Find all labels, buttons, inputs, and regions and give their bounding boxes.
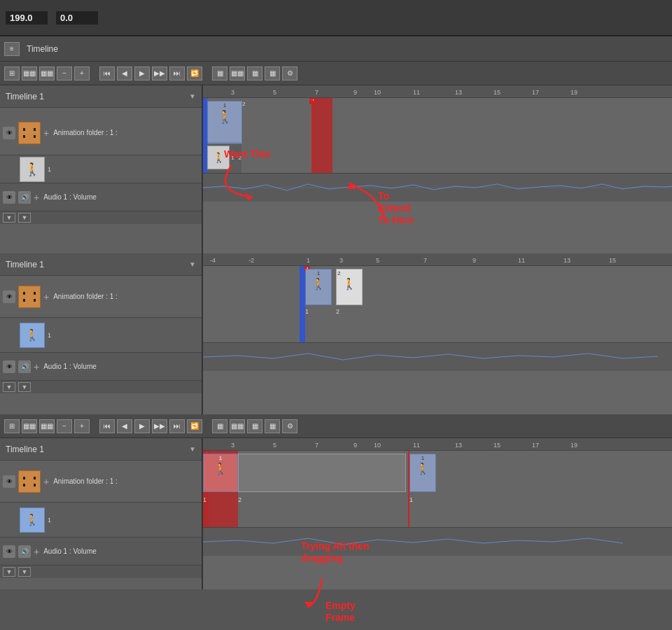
- zoom-out-btn-3[interactable]: −: [57, 419, 72, 433]
- filmstrip-btn-2[interactable]: ▦▦: [39, 66, 55, 80]
- plus-btn-2[interactable]: +: [43, 291, 49, 302]
- expand-btn-6[interactable]: ▼: [18, 567, 31, 577]
- timeline-selector-2[interactable]: Timeline 1 ▼: [0, 253, 202, 276]
- zoom-in-btn-3[interactable]: +: [74, 419, 90, 433]
- eye-icon-audio-3[interactable]: 👁: [3, 545, 15, 558]
- expand-btn-1[interactable]: ▼: [3, 213, 15, 223]
- toolbar-icon-layers[interactable]: ≡: [4, 42, 20, 56]
- end-btn-3[interactable]: ⏭: [169, 419, 185, 433]
- expand-row-1: ▼ ▼: [0, 211, 202, 224]
- grid-btn-3a[interactable]: ▦: [212, 419, 227, 433]
- ruler-tick-13: 13: [455, 89, 462, 96]
- expand-btn-5[interactable]: ▼: [3, 567, 15, 577]
- audio-track-name-3: Audio 1 : Volume: [43, 547, 97, 555]
- grid-btn-4[interactable]: ▦: [265, 66, 280, 80]
- filmstrip-btn-3b[interactable]: ▦▦: [39, 419, 55, 433]
- panel-2: Timeline 1 ▼ 👁 + Animation folder : 1 : …: [0, 253, 672, 414]
- r2-tick-1: 1: [307, 257, 310, 264]
- plus-btn-3[interactable]: +: [43, 476, 49, 487]
- clip-block-3b[interactable]: 1 🚶: [410, 454, 436, 492]
- eye-icon-audio-2[interactable]: 👁: [3, 360, 15, 373]
- grid-btn-1[interactable]: ▦: [212, 66, 227, 80]
- audio-track-header-2: 👁 🔊 + Audio 1 : Volume: [0, 353, 202, 381]
- grid-btn-2[interactable]: ▦▦: [230, 66, 245, 80]
- speaker-icon-2[interactable]: 🔊: [18, 360, 31, 373]
- eye-icon-2[interactable]: 👁: [3, 290, 15, 303]
- clip-stickman-2a: 🚶: [312, 277, 326, 290]
- r3-tick-3: 3: [231, 442, 234, 449]
- expand-btn-4[interactable]: ▼: [18, 382, 31, 392]
- forward-btn[interactable]: ▶▶: [152, 66, 167, 80]
- forward-btn-3[interactable]: ▶▶: [152, 419, 167, 433]
- timeline-selector-1[interactable]: Timeline 1 ▼: [0, 85, 202, 108]
- panel-1: ≡ Timeline ⊞ ▦▦ ▦▦ − + ⏮ ◀ ▶ ▶▶ ⏭ 🔁 ▦ ▦▦…: [0, 36, 672, 253]
- play-btn[interactable]: ▶: [134, 66, 150, 80]
- loop-btn-3[interactable]: 🔁: [187, 419, 202, 433]
- filmstrip-icon-3: [18, 470, 41, 493]
- grid-btn-3d[interactable]: ▦: [265, 419, 280, 433]
- clip-block-1[interactable]: 1 🚶: [207, 101, 242, 144]
- filmstrip-btn-1[interactable]: ▦▦: [22, 66, 37, 80]
- rewind-btn[interactable]: ⏮: [99, 66, 115, 80]
- plus-btn-audio-3[interactable]: +: [34, 546, 39, 557]
- top-bar: 199.0 0.0: [0, 0, 672, 36]
- end-btn[interactable]: ⏭: [169, 66, 185, 80]
- expand-btn-3[interactable]: ▼: [3, 382, 15, 392]
- speaker-icon-1[interactable]: 🔊: [18, 191, 31, 204]
- animation-track-name-3: Animation folder : 1 :: [53, 477, 118, 485]
- thumb-stickman-3: 🚶: [20, 507, 45, 533]
- back-btn[interactable]: ◀: [117, 66, 132, 80]
- rewind-btn-3[interactable]: ⏮: [99, 419, 115, 433]
- grid-btn-3[interactable]: ▦: [247, 66, 262, 80]
- animation-track-header-2: 👁 + Animation folder : 1 :: [0, 276, 202, 318]
- anim-thumb-row-1: 🚶 1: [0, 155, 202, 183]
- anim-track-area-3[interactable]: 1 1 🚶 1 🚶 1 2 1: [203, 451, 672, 528]
- eye-icon-audio-1[interactable]: 👁: [3, 191, 15, 204]
- r3-tick-17: 17: [532, 442, 539, 449]
- plus-btn-audio-1[interactable]: +: [34, 192, 39, 203]
- clip-block-3a[interactable]: 1 🚶: [203, 454, 238, 492]
- anim-track-area-1[interactable]: 1 🚶 2 7 🚶 1 2: [203, 98, 672, 174]
- svg-rect-12: [34, 292, 36, 295]
- speaker-icon-3[interactable]: 🔊: [18, 545, 31, 558]
- r2-tick-5: 5: [376, 257, 379, 264]
- annotation-p2-2: Empty Frame: [326, 600, 356, 624]
- zoom-out-btn[interactable]: −: [57, 66, 72, 80]
- thumb-stickman-2: 🚶: [20, 323, 45, 348]
- anim-track-area-2[interactable]: 1 1 🚶 2 🚶 1 2: [203, 266, 672, 343]
- clip-num-2a: 1: [316, 270, 321, 277]
- timeline-selector-3[interactable]: Timeline 1 ▼: [0, 438, 202, 461]
- audio-track-area-1: [203, 174, 672, 202]
- plus-btn-1[interactable]: +: [43, 127, 49, 139]
- r3-tick-9: 9: [354, 442, 357, 449]
- timeline-area-2: Timeline 1 ▼ 👁 + Animation folder : 1 : …: [0, 253, 672, 414]
- clip-num-3a: 1: [218, 454, 223, 462]
- zoom-in-btn[interactable]: +: [74, 66, 90, 80]
- filmstrip-btn-3a[interactable]: ▦▦: [22, 419, 37, 433]
- grid-btn-3b[interactable]: ▦▦: [230, 419, 245, 433]
- play-btn-3[interactable]: ▶: [134, 419, 150, 433]
- settings-btn[interactable]: ⚙: [282, 66, 298, 80]
- eye-icon-1[interactable]: 👁: [3, 127, 15, 139]
- grid-btn-3c[interactable]: ▦: [247, 419, 262, 433]
- magnet-icon[interactable]: ⊞: [4, 66, 20, 80]
- anim-thumb-row-3: 🚶 1: [0, 503, 202, 538]
- r2-tick-11: 11: [518, 257, 525, 264]
- eye-icon-3[interactable]: 👁: [3, 475, 15, 488]
- plus-btn-audio-2[interactable]: +: [34, 361, 39, 372]
- r3-tick-10: 10: [374, 442, 381, 449]
- empty-clip-2[interactable]: 2 🚶: [336, 269, 363, 305]
- back-btn-3[interactable]: ◀: [117, 419, 132, 433]
- clip-block-2a[interactable]: 1 🚶: [305, 269, 332, 305]
- settings-btn-3[interactable]: ⚙: [282, 419, 298, 433]
- svg-rect-1: [23, 128, 25, 131]
- ruler-tick-17: 17: [532, 89, 539, 96]
- clip-num-1: 1: [222, 102, 227, 109]
- empty-clip-stickman: 🚶: [342, 277, 356, 290]
- expand-row-2: ▼ ▼: [0, 381, 202, 393]
- magnet-icon-3[interactable]: ⊞: [4, 419, 20, 433]
- audio-track-name-2: Audio 1 : Volume: [43, 363, 97, 370]
- expand-btn-2[interactable]: ▼: [18, 213, 31, 223]
- thumb-number-2: 1: [48, 332, 51, 339]
- loop-btn[interactable]: 🔁: [187, 66, 202, 80]
